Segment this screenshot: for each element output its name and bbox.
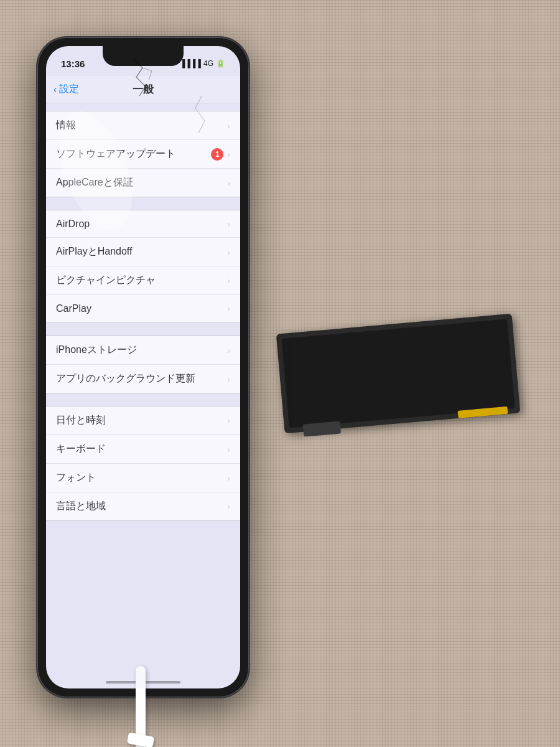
row-label-jouhou: 情報: [56, 119, 76, 132]
chevron-icon-storage: ›: [227, 345, 230, 355]
settings-content: 情報 › ソフトウェアアップデート 1 › AppleCareと保証 ›: [46, 103, 240, 688]
row-fonts[interactable]: フォント ›: [46, 464, 240, 492]
row-carplay[interactable]: CarPlay ›: [46, 295, 240, 322]
row-language[interactable]: 言語と地域 ›: [46, 492, 240, 520]
row-applecare[interactable]: AppleCareと保証 ›: [46, 169, 240, 197]
row-label-storage: iPhoneストレージ: [56, 344, 137, 357]
back-chevron-icon: ‹: [54, 84, 57, 95]
chevron-icon-fonts: ›: [227, 473, 230, 483]
settings-section-3: iPhoneストレージ › アプリのバックグラウンド更新 ›: [46, 336, 240, 393]
row-label-software: ソフトウェアアップデート: [56, 148, 175, 161]
chevron-icon-airplay: ›: [227, 247, 230, 257]
settings-section-2: AirDrop › AirPlayとHandoff › ピクチャインピクチャ ›: [46, 210, 240, 323]
chevron-icon-language: ›: [227, 502, 230, 512]
row-right-fonts: ›: [227, 473, 230, 483]
chevron-icon-keyboard: ›: [227, 444, 230, 454]
row-label-fonts: フォント: [56, 471, 96, 484]
row-right-carplay: ›: [227, 304, 230, 314]
row-right-language: ›: [227, 502, 230, 512]
row-bgrefresh[interactable]: アプリのバックグラウンド更新 ›: [46, 365, 240, 393]
row-keyboard[interactable]: キーボード ›: [46, 435, 240, 464]
chevron-icon-bgrefresh: ›: [227, 374, 230, 384]
row-label-pip: ピクチャインピクチャ: [56, 274, 156, 287]
signal-bars-icon: ▐▐▐▐: [180, 59, 201, 68]
row-right-airdrop: ›: [227, 219, 230, 229]
battery-icon: 🔋: [216, 59, 225, 68]
settings-section-1: 情報 › ソフトウェアアップデート 1 › AppleCareと保証 ›: [46, 111, 240, 197]
status-icons: ▐▐▐▐ 4G 🔋: [180, 59, 225, 68]
row-label-keyboard: キーボード: [56, 443, 106, 456]
chevron-icon-airdrop: ›: [227, 219, 230, 229]
chevron-icon-pip: ›: [227, 276, 230, 286]
row-right-keyboard: ›: [227, 444, 230, 454]
pcb-component: [276, 314, 520, 434]
row-right-storage: ›: [227, 345, 230, 355]
chevron-icon-datetime: ›: [227, 416, 230, 426]
nav-bar: ‹ 設定 一般: [46, 76, 240, 103]
iphone-screen: 13:36 ▐▐▐▐ 4G 🔋 ‹ 設定 一般 情報 ›: [46, 46, 240, 688]
nav-title: 一般: [133, 82, 154, 96]
chevron-icon-applecare: ›: [227, 178, 230, 188]
row-label-carplay: CarPlay: [56, 303, 91, 314]
iphone-body: 13:36 ▐▐▐▐ 4G 🔋 ‹ 設定 一般 情報 ›: [37, 37, 249, 697]
status-time: 13:36: [61, 59, 85, 69]
chevron-icon-software: ›: [227, 149, 230, 159]
chevron-icon-carplay: ›: [227, 304, 230, 314]
row-right-applecare: ›: [227, 178, 230, 188]
row-label-airplay: AirPlayとHandoff: [56, 245, 132, 258]
row-right-datetime: ›: [227, 416, 230, 426]
row-label-language: 言語と地域: [56, 500, 106, 513]
settings-section-4: 日付と時刻 › キーボード › フォント ›: [46, 406, 240, 521]
row-pip[interactable]: ピクチャインピクチャ ›: [46, 266, 240, 295]
row-label-bgrefresh: アプリのバックグラウンド更新: [56, 372, 195, 385]
row-right-jouhou: ›: [227, 121, 230, 131]
row-airplay[interactable]: AirPlayとHandoff ›: [46, 238, 240, 266]
nav-back-button[interactable]: ‹ 設定: [54, 83, 79, 96]
row-datetime[interactable]: 日付と時刻 ›: [46, 406, 240, 435]
back-label: 設定: [59, 83, 79, 96]
row-right-bgrefresh: ›: [227, 374, 230, 384]
row-label-airdrop: AirDrop: [56, 218, 90, 230]
notch: [103, 46, 184, 66]
row-label-applecare: AppleCareと保証: [56, 176, 133, 189]
update-badge: 1: [211, 148, 223, 161]
chevron-icon-jouhou: ›: [227, 121, 230, 131]
row-storage[interactable]: iPhoneストレージ ›: [46, 336, 240, 365]
row-right-pip: ›: [227, 276, 230, 286]
row-label-datetime: 日付と時刻: [56, 414, 106, 427]
row-jouhou[interactable]: 情報 ›: [46, 111, 240, 140]
network-type: 4G: [203, 59, 213, 68]
row-right-airplay: ›: [227, 247, 230, 257]
row-right-software: 1 ›: [211, 148, 230, 161]
row-software[interactable]: ソフトウェアアップデート 1 ›: [46, 140, 240, 169]
row-airdrop[interactable]: AirDrop ›: [46, 210, 240, 238]
